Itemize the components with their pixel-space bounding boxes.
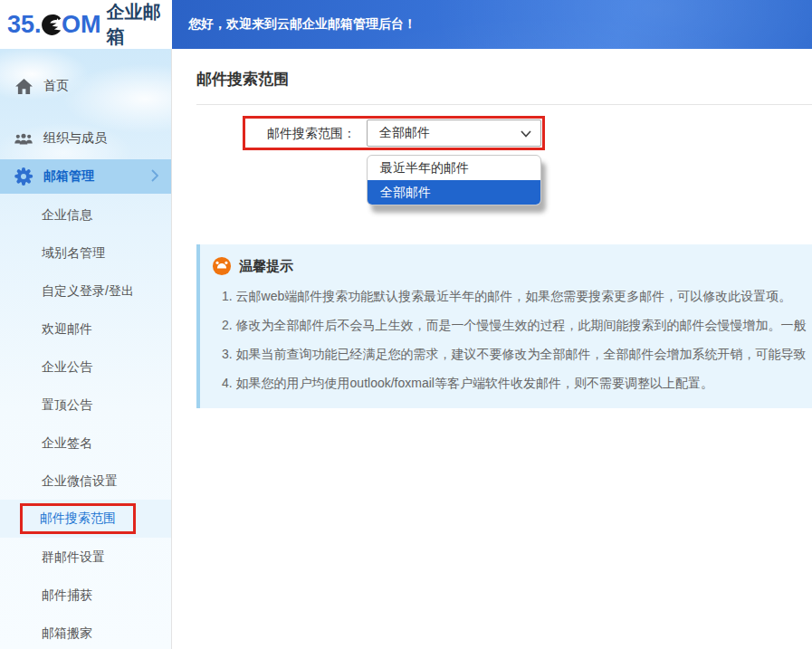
option-all-mail[interactable]: 全部邮件 xyxy=(368,180,540,205)
sidebar-item-label: 首页 xyxy=(43,78,69,94)
search-scope-label: 邮件搜索范围： xyxy=(267,126,356,142)
page-title: 邮件搜索范围 xyxy=(196,69,812,90)
sidebar-item-home[interactable]: 首页 xyxy=(0,69,171,103)
tip-item: 4. 如果您的用户均使用outlook/foxmail等客户端软件收发邮件，则不… xyxy=(222,376,812,392)
home-icon xyxy=(14,77,33,95)
logo[interactable]: 35. OM 企业邮箱 xyxy=(0,0,172,49)
sidebar-item-mailbox-migration[interactable]: 邮箱搬家 xyxy=(0,614,171,649)
select-value: 全部邮件 xyxy=(379,125,430,141)
logo-text-prefix: 35. xyxy=(7,11,42,39)
sidebar-item-welcome-mail[interactable]: 欢迎邮件 xyxy=(0,310,171,348)
sidebar-item-domain-alias[interactable]: 域别名管理 xyxy=(0,234,171,272)
logo-text-suffix: OM xyxy=(62,11,101,39)
dragon-head-icon xyxy=(41,13,62,37)
sidebar-item-mailbox-management[interactable]: 邮箱管理 xyxy=(0,159,171,194)
sidebar-item-label: 组织与成员 xyxy=(43,130,107,147)
tips-panel: 温馨提示 1. 云邮web端邮件搜索功能默认搜索最近半年的邮件，如果您需要搜索更… xyxy=(196,244,812,408)
gear-icon xyxy=(14,167,33,186)
select-dropdown-popup: 最近半年的邮件 全部邮件 xyxy=(367,155,541,205)
chevron-down-icon xyxy=(521,126,531,140)
sidebar-submenu: 企业信息 域别名管理 自定义登录/登出 欢迎邮件 企业公告 置顶公告 企业签名 … xyxy=(0,196,171,649)
logo-product-name: 企业邮箱 xyxy=(107,0,172,49)
alarm-icon xyxy=(212,256,232,276)
annotation-box-form: 邮件搜索范围： 全部邮件 xyxy=(243,116,545,150)
welcome-text: 您好，欢迎来到云邮企业邮箱管理后台！ xyxy=(188,16,416,33)
tip-item: 2. 修改为全部邮件后不会马上生效，而是一个慢慢生效的过程，此期间能搜索到的邮件… xyxy=(222,318,812,334)
option-recent-half-year[interactable]: 最近半年的邮件 xyxy=(368,156,540,180)
tips-title: 温馨提示 xyxy=(239,258,293,275)
sidebar-item-company-announcement[interactable]: 企业公告 xyxy=(0,348,171,386)
annotation-box-sidebar: 邮件搜索范围 xyxy=(20,503,136,534)
sidebar-item-pinned-announcement[interactable]: 置顶公告 xyxy=(0,386,171,424)
sidebar-item-org-members[interactable]: 组织与成员 xyxy=(0,121,171,156)
sidebar-item-label: 邮箱管理 xyxy=(43,168,94,185)
sidebar-item-group-mail-settings[interactable]: 群邮件设置 xyxy=(0,538,171,576)
search-scope-select[interactable]: 全部邮件 xyxy=(367,119,541,147)
top-banner: 您好，欢迎来到云邮企业邮箱管理后台！ xyxy=(172,0,812,49)
sidebar-item-custom-login-logout[interactable]: 自定义登录/登出 xyxy=(0,272,171,310)
app-window: 35. OM 企业邮箱 您好，欢迎来到云邮企业邮箱管理后台！ 首页 组织与成员 xyxy=(0,0,812,649)
tip-item: 3. 如果当前查询功能已经满足您的需求，建议不要修改为全部邮件，全部邮件会增加系… xyxy=(222,347,812,363)
tip-item: 1. 云邮web端邮件搜索功能默认搜索最近半年的邮件，如果您需要搜索更多邮件，可… xyxy=(222,289,812,305)
sidebar-item-label: 邮件搜索范围 xyxy=(40,511,116,527)
chevron-right-icon xyxy=(151,169,158,185)
users-icon xyxy=(14,129,33,148)
sidebar-item-wechat-settings[interactable]: 企业微信设置 xyxy=(0,462,171,500)
main-content: 邮件搜索范围 邮件搜索范围： 全部邮件 最近半年的邮件 全部邮件 xyxy=(172,49,812,649)
divider xyxy=(196,104,812,105)
sidebar-item-company-signature[interactable]: 企业签名 xyxy=(0,424,171,462)
sidebar-item-mail-capture[interactable]: 邮件捕获 xyxy=(0,576,171,614)
sidebar: 首页 组织与成员 邮箱管理 企业信息 域别名管理 自定义 xyxy=(0,49,172,649)
sidebar-item-company-info[interactable]: 企业信息 xyxy=(0,196,171,234)
sidebar-item-mail-search-scope[interactable]: 邮件搜索范围 xyxy=(0,500,171,538)
